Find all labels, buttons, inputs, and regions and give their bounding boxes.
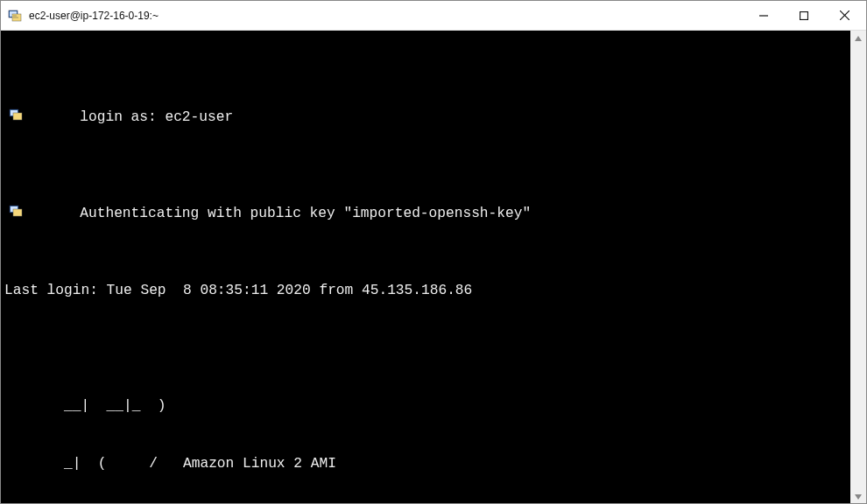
svg-marker-16 [855,494,862,500]
scroll-up-button[interactable] [850,31,866,46]
svg-rect-11 [13,113,22,120]
terminal[interactable]: login as: ec2-user Authenticating with p… [1,31,850,504]
motd-auth: Authenticating with public key "imported… [4,185,850,242]
svg-marker-15 [855,36,862,41]
scroll-down-button[interactable] [850,489,866,504]
putty-icon [8,108,24,122]
putty-icon [8,204,24,218]
motd-last-login: Last login: Tue Sep 8 08:35:11 2020 from… [4,281,850,300]
minimize-button[interactable] [744,1,784,30]
putty-icon [8,9,22,23]
motd-art-1: __| __|_ ) [4,396,850,416]
window-title: ec2-user@ip-172-16-0-19:~ [29,10,744,22]
motd-blank [4,339,850,358]
window-titlebar: ec2-user@ip-172-16-0-19:~ [1,1,866,31]
svg-rect-14 [13,209,22,216]
maximize-button[interactable] [784,1,824,30]
svg-rect-6 [800,11,808,19]
close-button[interactable] [824,1,864,30]
motd-art-2: _| ( / Amazon Linux 2 AMI [4,454,850,473]
window-controls [744,1,864,30]
motd-login-as: login as: ec2-user [4,88,850,146]
scrollbar[interactable] [850,31,866,504]
